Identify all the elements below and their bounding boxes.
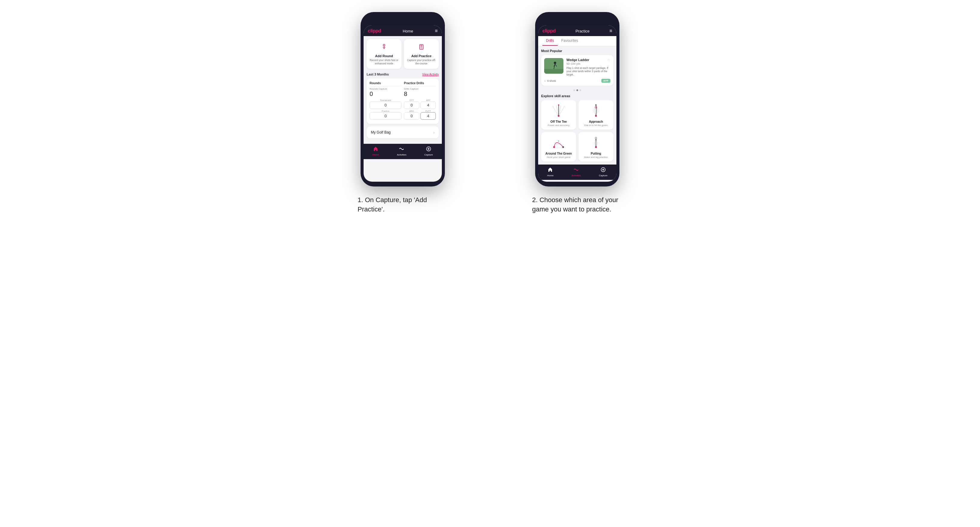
clock-icon: ○ bbox=[544, 79, 546, 83]
ott-val: 0 bbox=[404, 102, 419, 109]
arg-box: ARG 0 bbox=[404, 110, 419, 120]
atg-name: Around The Green bbox=[544, 152, 573, 155]
tournament-label: Tournament bbox=[370, 99, 401, 102]
add-round-desc: Record your shots fast or enhanced mode bbox=[369, 59, 399, 65]
add-round-title: Add Round bbox=[369, 54, 399, 58]
nav2-home[interactable]: Home bbox=[547, 167, 554, 177]
nav-home[interactable]: Home bbox=[372, 146, 379, 156]
nav-capture[interactable]: Capture bbox=[425, 146, 433, 156]
star-icon[interactable]: ☆ bbox=[607, 58, 610, 62]
add-practice-title: Add Practice bbox=[406, 54, 436, 58]
phone2: clippd Practice ≡ Drills Favourites Most… bbox=[535, 12, 619, 186]
svg-point-8 bbox=[558, 105, 559, 106]
putting-diagram bbox=[587, 135, 605, 150]
most-popular-title: Most Popular bbox=[541, 49, 613, 52]
shots-count: 9 shots bbox=[547, 79, 556, 83]
drill-desc: Play 1 shot at each target yardage. If y… bbox=[566, 67, 610, 76]
svg-point-18 bbox=[595, 140, 596, 140]
nav2-capture-label: Capture bbox=[599, 174, 608, 177]
putt-box: PUTT 4 bbox=[420, 110, 436, 120]
skill-card-ott[interactable]: Off The Tee Power and accuracy bbox=[541, 100, 576, 130]
drill-card[interactable]: Wedge Ladder ☆ 50–100 yds Play 1 shot at… bbox=[541, 55, 613, 86]
atg-desc: Hone your short game bbox=[544, 156, 573, 159]
svg-point-0 bbox=[383, 44, 385, 46]
stats-period: Last 3 Months bbox=[367, 73, 389, 76]
drill-title: Wedge Ladder bbox=[566, 58, 589, 62]
skill-card-putting[interactable]: Putting Make and lag practice bbox=[579, 132, 613, 162]
nav-capture-label: Capture bbox=[425, 153, 433, 156]
dot-1 bbox=[573, 89, 575, 91]
phone1: clippd Home ≡ bbox=[361, 12, 445, 186]
ott-desc: Power and accuracy bbox=[544, 124, 573, 127]
nav2-capture[interactable]: Capture bbox=[599, 167, 608, 177]
rounds-title: Rounds bbox=[370, 81, 401, 86]
skill-card-atg[interactable]: Around The Green Hone your short game bbox=[541, 132, 576, 162]
capture-icon bbox=[426, 146, 431, 153]
practice-label: Practice bbox=[370, 110, 401, 112]
svg-point-19 bbox=[596, 140, 597, 140]
approach-diagram bbox=[587, 103, 605, 118]
app-val: 4 bbox=[420, 102, 436, 109]
drills-top-row: OTT 0 APP 4 bbox=[404, 99, 436, 109]
skill-card-approach[interactable]: Approach Dial-in to hit the green bbox=[579, 100, 613, 130]
caption-1: 1. On Capture, tap 'Add Practice'. bbox=[358, 195, 448, 214]
view-activity-link[interactable]: View Activity bbox=[422, 73, 439, 76]
nav-activities[interactable]: Activities bbox=[397, 146, 407, 156]
ott-box: OTT 0 bbox=[404, 99, 419, 109]
rounds-capture-label: Rounds Capture bbox=[370, 87, 401, 90]
phone1-menu-icon[interactable]: ≡ bbox=[435, 28, 438, 34]
putting-name: Putting bbox=[582, 152, 610, 155]
nav2-home-label: Home bbox=[547, 174, 554, 177]
practice-val: 0 bbox=[370, 112, 401, 120]
stats-card: Rounds Rounds Capture 0 Tournament 0 bbox=[367, 78, 439, 124]
phone1-section: clippd Home ≡ bbox=[325, 12, 481, 214]
svg-point-6 bbox=[554, 62, 556, 64]
stats-grid: Rounds Rounds Capture 0 Tournament 0 bbox=[370, 81, 436, 121]
add-round-card[interactable]: Add Round Record your shots fast or enha… bbox=[367, 39, 401, 69]
drills-capture-label: Drills Capture bbox=[404, 87, 436, 90]
add-practice-card[interactable]: Add Practice Capture your practice off-t… bbox=[404, 39, 439, 69]
drills-title: Practice Drills bbox=[404, 81, 436, 86]
capture2-icon bbox=[600, 167, 606, 173]
drill-yardage: 50–100 yds bbox=[566, 62, 610, 65]
putting-desc: Make and lag practice bbox=[582, 156, 610, 159]
phone2-menu-icon[interactable]: ≡ bbox=[609, 28, 612, 34]
approach-desc: Dial-in to hit the green bbox=[582, 124, 610, 127]
nav2-activities[interactable]: Activities bbox=[571, 167, 581, 177]
phone1-logo: clippd bbox=[368, 28, 381, 34]
dot-3 bbox=[579, 89, 581, 91]
practice-tabs: Drills Favourites bbox=[538, 36, 616, 46]
page-container: clippd Home ≡ bbox=[325, 12, 655, 214]
tournament-val: 0 bbox=[370, 102, 401, 109]
golf-bag-chevron: › bbox=[433, 130, 434, 135]
drill-thumbnail bbox=[544, 58, 563, 74]
app-label: APP bbox=[420, 99, 436, 102]
skill-grid: Off The Tee Power and accuracy bbox=[541, 100, 613, 162]
home-icon bbox=[373, 146, 378, 153]
stats-header: Last 3 Months View Activity bbox=[367, 73, 439, 76]
ott-label: OTT bbox=[404, 99, 419, 102]
phone2-topbar: clippd Practice ≡ bbox=[538, 25, 616, 36]
phone2-logo: clippd bbox=[542, 28, 555, 34]
tab-favourites[interactable]: Favourites bbox=[558, 36, 582, 46]
rounds-practice-row: Practice 0 bbox=[370, 110, 401, 120]
arg-val: 0 bbox=[404, 112, 419, 120]
drills-col: Practice Drills Drills Capture 8 OTT 0 bbox=[404, 81, 436, 121]
arg-label: ARG bbox=[404, 110, 419, 112]
action-cards: Add Round Record your shots fast or enha… bbox=[367, 39, 439, 69]
phone2-bottom-nav: Home Activities bbox=[538, 165, 616, 180]
drill-info: Wedge Ladder ☆ 50–100 yds Play 1 shot at… bbox=[566, 58, 610, 76]
ott-diagram bbox=[550, 103, 568, 118]
explore-title: Explore skill areas bbox=[541, 94, 613, 98]
add-practice-icon bbox=[406, 43, 436, 53]
dot-2 bbox=[576, 89, 578, 91]
nav-activities-label: Activities bbox=[397, 153, 407, 156]
approach-name: Approach bbox=[582, 120, 610, 123]
nav-home-label: Home bbox=[372, 153, 379, 156]
add-round-icon bbox=[369, 43, 399, 53]
tab-drills[interactable]: Drills bbox=[542, 36, 558, 46]
caption-2: 2. Choose which area of your game you wa… bbox=[532, 195, 622, 214]
golf-bag-row[interactable]: My Golf Bag › bbox=[367, 126, 439, 138]
phone2-section: clippd Practice ≡ Drills Favourites Most… bbox=[499, 12, 655, 214]
tournament-box: Tournament 0 bbox=[370, 99, 401, 109]
